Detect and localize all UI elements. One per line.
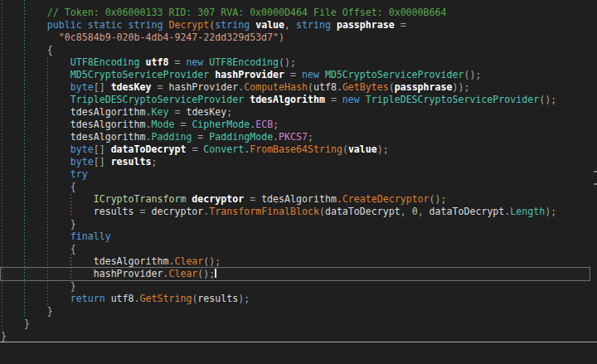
code-token <box>1 268 94 279</box>
code-token: "0c8584b9-020b-4db4-9247-22dd329d53d7" <box>59 32 279 43</box>
code-token: . <box>146 119 152 130</box>
code-token: tdesAlgorithm <box>70 131 146 143</box>
code-token: dataToDecrypt <box>111 143 192 155</box>
code-token: ( <box>308 81 313 93</box>
code-token <box>1 143 70 155</box>
code-line-20[interactable]: { <box>1 243 556 255</box>
code-token: ( <box>389 81 395 93</box>
code-line-26[interactable]: } <box>1 318 556 330</box>
code-line-2[interactable]: public static string Decrypt(string valu… <box>1 19 556 32</box>
code-token: { <box>47 44 53 56</box>
code-line-23[interactable]: } <box>1 280 556 293</box>
code-token: (); <box>464 69 481 80</box>
code-token: [] <box>94 156 111 167</box>
code-line-24[interactable]: return utf8.GetString(results); <box>1 293 556 305</box>
code-token: = <box>174 119 192 130</box>
code-token: Length <box>510 206 545 217</box>
code-line-3[interactable]: "0c8584b9-020b-4db4-9247-22dd329d53d7") <box>1 32 556 44</box>
code-token: = <box>157 81 168 93</box>
code-token: Padding <box>152 131 192 143</box>
code-token: public static string <box>47 19 169 31</box>
code-token: utf8 <box>313 81 337 93</box>
code-token: = <box>250 193 261 205</box>
code-token: } <box>1 330 7 342</box>
code-token <box>1 168 70 180</box>
code-token: utf8 <box>111 293 134 304</box>
code-token: GetBytes <box>342 81 389 93</box>
code-line-17[interactable]: results = decryptor.TransformFinalBlock(… <box>1 206 556 218</box>
code-line-8[interactable]: TripleDESCryptoServiceProvider tdesAlgor… <box>1 94 556 106</box>
code-token: 0 <box>412 206 418 217</box>
code-token: ; <box>273 119 279 130</box>
code-token: results <box>94 206 140 217</box>
code-line-25[interactable]: } <box>1 305 556 318</box>
code-line-9[interactable]: tdesAlgorithm.Key = tdesKey; <box>1 106 556 119</box>
code-token <box>1 44 47 56</box>
code-token: = <box>174 56 186 68</box>
code-token <box>1 206 94 217</box>
code-token: try <box>70 168 88 180</box>
code-token: finally <box>70 231 111 242</box>
code-token <box>1 7 47 18</box>
code-token: } <box>47 305 53 317</box>
code-token: tdesKey <box>111 81 158 93</box>
code-line-14[interactable]: try <box>1 168 556 181</box>
code-line-22[interactable]: hashProvider.Clear(); <box>1 268 556 280</box>
code-token <box>1 131 70 143</box>
code-line-6[interactable]: MD5CryptoServiceProvider hashProvider = … <box>1 69 556 81</box>
code-line-15[interactable]: { <box>1 181 556 193</box>
code-token: byte <box>70 143 94 155</box>
code-token <box>1 94 70 105</box>
code-token: hashProvider <box>168 81 238 93</box>
code-line-27[interactable]: } <box>1 330 556 342</box>
code-line-1[interactable]: // Token: 0x06000133 RID: 307 RVA: 0x000… <box>1 7 556 19</box>
code-token: passphrase <box>395 81 453 93</box>
code-token: . <box>337 193 342 205</box>
code-line-5[interactable]: UTF8Encoding utf8 = new UTF8Encoding(); <box>1 56 556 69</box>
code-token: value <box>255 19 284 31</box>
code-token: dataToDecrypt <box>430 206 505 217</box>
code-token <box>1 181 70 192</box>
code-line-12[interactable]: byte[] dataToDecrypt = Convert.FromBase6… <box>1 143 556 156</box>
code-token: [] <box>94 81 111 93</box>
code-token: tdesAlgorithm <box>261 193 337 205</box>
code-text-area[interactable]: // Token: 0x06000133 RID: 307 RVA: 0x000… <box>1 7 556 342</box>
code-token: = <box>140 206 152 217</box>
code-token: )); <box>453 81 470 93</box>
code-token: tdesKey <box>186 106 226 118</box>
code-token <box>1 255 94 267</box>
code-line-19[interactable]: finally <box>1 231 556 243</box>
code-line-11[interactable]: tdesAlgorithm.Padding = PaddingMode.PKCS… <box>1 131 556 143</box>
text-caret <box>215 269 216 278</box>
code-token: = <box>400 19 406 31</box>
code-token: } <box>24 318 30 329</box>
code-line-7[interactable]: byte[] tdesKey = hashProvider.ComputeHas… <box>1 81 556 94</box>
code-editor[interactable]: // Token: 0x06000133 RID: 307 RVA: 0x000… <box>0 0 597 364</box>
code-token: [] <box>94 143 111 155</box>
code-token: { <box>70 181 76 192</box>
code-line-18[interactable]: } <box>1 218 556 231</box>
code-token: new <box>186 56 209 68</box>
code-token <box>1 19 47 31</box>
code-token: , <box>284 19 296 31</box>
scrollbar-mark <box>594 171 597 172</box>
code-token <box>1 231 70 242</box>
code-token: ICryptoTransform <box>94 193 192 205</box>
code-line-16[interactable]: ICryptoTransform decryptor = tdesAlgorit… <box>1 193 556 206</box>
code-token: PKCS7 <box>279 131 308 143</box>
code-token: = <box>290 69 302 80</box>
code-token: byte <box>70 81 94 93</box>
code-token: ) <box>279 32 284 43</box>
code-token: ECB <box>255 119 273 130</box>
code-token: decryptor <box>152 206 204 217</box>
code-token: ( <box>319 206 325 217</box>
code-line-13[interactable]: byte[] results; <box>1 156 556 168</box>
code-token: Key <box>152 106 169 118</box>
code-token: string <box>215 19 255 31</box>
code-line-4[interactable]: { <box>1 44 556 56</box>
code-line-21[interactable]: tdesAlgorithm.Clear(); <box>1 255 556 268</box>
code-line-10[interactable]: tdesAlgorithm.Mode = CipherMode.ECB; <box>1 119 556 131</box>
code-token: new <box>302 69 325 80</box>
code-token: new <box>342 94 366 105</box>
code-token: MD5CryptoServiceProvider <box>70 69 216 80</box>
